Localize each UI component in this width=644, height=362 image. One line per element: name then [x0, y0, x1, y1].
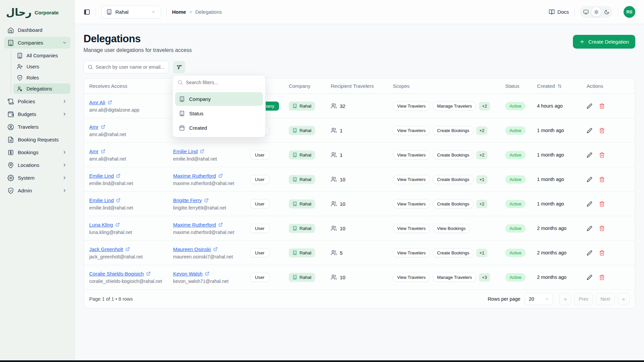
grants-access-link[interactable]: Maxime Rutherford: [173, 222, 223, 228]
sidebar-item-delegations[interactable]: Delegations: [13, 83, 70, 94]
company-selector[interactable]: Rahal: [101, 6, 161, 18]
receives-access-link[interactable]: Emilie Lind: [89, 173, 120, 179]
filter-menu-item-status[interactable]: Status: [175, 107, 263, 120]
edit-button[interactable]: [587, 226, 592, 231]
delete-button[interactable]: [599, 152, 605, 158]
chevron-right-icon: [62, 150, 67, 155]
grants-access-link[interactable]: Maxime Rutherford: [173, 173, 223, 179]
scopes-cell: View TravelersCreate Bookings+1: [393, 248, 505, 257]
sidebar-item-locations[interactable]: Locations: [4, 159, 70, 171]
chevron-down-icon: [62, 40, 67, 45]
edit-button[interactable]: [587, 250, 592, 256]
scopes-cell: View TravelersCreate Bookings+2: [393, 126, 505, 135]
building-icon: [292, 201, 297, 206]
filter-menu-item-created[interactable]: Created: [175, 121, 263, 135]
file-text-icon: [7, 136, 14, 143]
sidebar-item-roles[interactable]: Roles: [13, 72, 70, 83]
edit-button[interactable]: [587, 201, 592, 207]
create-delegation-button[interactable]: Create Delegation: [573, 35, 635, 49]
delete-button[interactable]: [599, 103, 605, 109]
external-link-icon: [116, 174, 120, 178]
edit-button[interactable]: [587, 275, 592, 280]
sidebar-toggle-button[interactable]: [84, 9, 90, 15]
sidebar-item-users[interactable]: Users: [13, 61, 70, 72]
grants-access-link[interactable]: Emilie Lind: [173, 148, 204, 154]
user-avatar[interactable]: RS: [624, 6, 635, 18]
users-icon: [331, 152, 337, 158]
receives-access-link[interactable]: Amr: [89, 124, 105, 130]
scope-badge: Manage Travelers: [433, 273, 476, 282]
search-input[interactable]: [96, 64, 165, 70]
breadcrumb-home[interactable]: Home: [172, 9, 186, 15]
filter-button[interactable]: [173, 61, 185, 73]
chevron-right-icon: [62, 99, 67, 104]
trash-icon: [599, 201, 605, 207]
pencil-icon: [587, 201, 592, 207]
prev-page-button[interactable]: Prev: [574, 293, 593, 305]
receives-access-link[interactable]: Coralie Shields-Bogisich: [89, 271, 151, 277]
docs-button[interactable]: Docs: [549, 9, 569, 15]
receives-access-link[interactable]: Jack Greenholt: [89, 246, 130, 252]
sidebar-item-label: Bookings: [18, 149, 39, 155]
sidebar-item-policies[interactable]: Policies: [4, 96, 70, 107]
building-icon: [179, 111, 185, 116]
scope-extra-badge: +2: [476, 151, 487, 159]
delete-button[interactable]: [599, 275, 605, 280]
receives-access-link[interactable]: Luna Kling: [89, 222, 120, 228]
building-icon: [106, 9, 112, 15]
chevron-right-icon: [62, 188, 67, 193]
sidebar-item-bookings[interactable]: Bookings: [4, 146, 70, 158]
company-badge: Rahal: [289, 126, 315, 135]
sidebar-item-dashboard[interactable]: Dashboard: [4, 24, 70, 36]
sidebar-item-all-companies[interactable]: All Companies: [13, 50, 70, 61]
receives-access-link[interactable]: Amr: [89, 148, 105, 154]
edit-button[interactable]: [587, 103, 592, 109]
scope-extra-badge: +2: [476, 200, 487, 208]
rows-per-page-select[interactable]: 20: [525, 293, 553, 305]
receives-access-email: emilie.lind@rahal.net: [89, 181, 173, 186]
grants-access-link[interactable]: Maureen Osinski: [173, 246, 218, 252]
scope-badge: Create Bookings: [433, 126, 474, 135]
sort-icon[interactable]: [557, 83, 562, 88]
grants-access-email: brigitte.ferry69@rahal.net: [173, 205, 250, 210]
sidebar-item-system[interactable]: System: [4, 172, 70, 184]
users-icon: [331, 176, 337, 182]
delete-button[interactable]: [599, 226, 605, 231]
grants-access-link[interactable]: Kevon Walsh: [173, 271, 209, 277]
theme-system-button[interactable]: [581, 7, 591, 17]
delete-button[interactable]: [599, 201, 605, 207]
recipient-travelers-count: 10: [331, 201, 393, 207]
edit-button[interactable]: [587, 128, 592, 133]
filter-search-input[interactable]: [186, 80, 261, 85]
building-icon: [292, 275, 297, 280]
table-row: Emilie Lind emilie.lind@rahal.net Brigit…: [84, 192, 635, 216]
next-page-button[interactable]: Next: [596, 293, 615, 305]
scope-badge: Create Bookings: [433, 199, 474, 208]
edit-button[interactable]: [587, 177, 592, 182]
receives-access-link[interactable]: Emilie Lind: [89, 197, 120, 203]
table-footer: Page 1 of 1 • 8 rows Rows per page 20 «P…: [84, 290, 635, 308]
sidebar-item-budgets[interactable]: Budgets: [4, 108, 70, 120]
sidebar-item-label: Dashboard: [18, 27, 42, 33]
sidebar-item-admin[interactable]: Admin: [4, 185, 70, 196]
delete-button[interactable]: [599, 250, 605, 256]
theme-light-button[interactable]: [591, 7, 601, 17]
last-page-button[interactable]: »: [618, 293, 630, 305]
grants-access-email: maxime.rutherford@rahal.net: [173, 181, 250, 186]
filter-menu-item-company[interactable]: Company: [175, 92, 263, 106]
column-header-created[interactable]: Created: [537, 83, 587, 89]
topbar: Rahal Home > Delegations Docs: [75, 0, 644, 24]
delete-button[interactable]: [599, 177, 605, 182]
theme-dark-button[interactable]: [602, 7, 611, 17]
receives-access-link[interactable]: Amr Ali: [89, 100, 112, 105]
edit-button[interactable]: [587, 152, 592, 158]
grants-access-link[interactable]: Brigitte Ferry: [173, 197, 209, 203]
sidebar-item-companies[interactable]: Companies: [4, 37, 70, 49]
table-row: Jack Greenholt jack_greenholt@rahal.net …: [84, 241, 635, 265]
first-page-button[interactable]: «: [559, 293, 571, 305]
receives-access-email: emilie.lind@rahal.net: [89, 205, 173, 210]
delete-button[interactable]: [599, 128, 605, 133]
sidebar-item-booking-requests[interactable]: Booking Requests: [4, 134, 70, 145]
trash-icon: [599, 103, 605, 109]
sidebar-item-travelers[interactable]: Travelers: [4, 121, 70, 133]
